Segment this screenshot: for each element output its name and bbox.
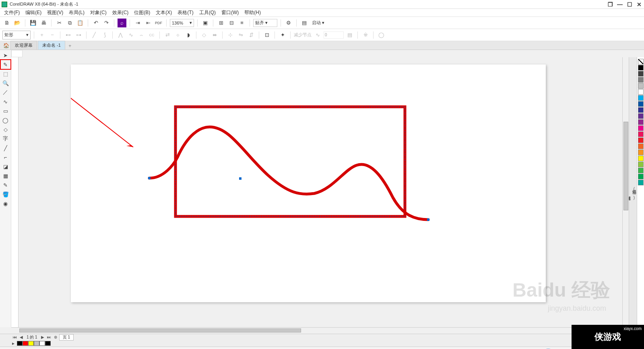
- spinner-icon[interactable]: ▤: [345, 31, 354, 39]
- crop-tool-icon[interactable]: ⬚: [1, 69, 10, 78]
- reflect-v-icon[interactable]: ⇵: [247, 31, 256, 39]
- paste-icon[interactable]: 📋: [76, 19, 85, 27]
- doc-palette-swatch[interactable]: [17, 341, 23, 346]
- palette-swatch[interactable]: [638, 143, 644, 149]
- reflect-h-icon[interactable]: ⇋: [236, 31, 245, 39]
- menu-text[interactable]: 文本(X): [153, 9, 174, 16]
- text-tool-icon[interactable]: 字: [1, 134, 10, 143]
- menu-file[interactable]: 文件(F): [2, 9, 22, 16]
- add-node-icon[interactable]: +: [37, 31, 46, 39]
- eyedropper-icon[interactable]: ✎: [1, 181, 10, 189]
- transparency-icon[interactable]: ▦: [1, 171, 10, 180]
- zoom-level[interactable]: 136%▾: [170, 19, 194, 27]
- menu-object[interactable]: 对象(C): [88, 9, 109, 16]
- palette-swatch[interactable]: [638, 65, 644, 71]
- page-tab-1[interactable]: 页 1: [59, 334, 74, 341]
- smooth-icon[interactable]: ∿: [126, 31, 135, 39]
- vertical-ruler[interactable]: [11, 57, 19, 327]
- tab-welcome[interactable]: 欢迎屏幕: [10, 41, 37, 50]
- launch-icon[interactable]: ▤: [300, 19, 309, 27]
- extend-icon[interactable]: ⟐: [173, 31, 182, 39]
- elastic-mode-icon[interactable]: ✦: [278, 31, 287, 39]
- fullscreen-icon[interactable]: ▣: [201, 19, 210, 27]
- palette-swatch[interactable]: [638, 150, 644, 155]
- menu-edit[interactable]: 编辑(E): [23, 9, 44, 16]
- launch-dropdown[interactable]: 启动 ▾: [310, 19, 326, 27]
- ellipse-mode-icon[interactable]: ◯: [377, 31, 386, 39]
- select-all-nodes-icon[interactable]: ⊡: [262, 31, 271, 39]
- doc-palette-swatch[interactable]: [23, 341, 28, 346]
- save-icon[interactable]: 💾: [29, 19, 37, 27]
- palette-swatch[interactable]: [638, 125, 644, 131]
- shape-tool-select[interactable]: 矩形▾: [2, 31, 31, 39]
- delete-node-icon[interactable]: −: [48, 31, 57, 39]
- menu-effects[interactable]: 效果(C): [110, 9, 131, 16]
- search-icon[interactable]: ⌕: [118, 19, 126, 27]
- palette-swatch[interactable]: [638, 101, 644, 107]
- pick-tool-icon[interactable]: ➤: [1, 51, 10, 60]
- next-page-icon[interactable]: ▶: [40, 335, 45, 339]
- freehand-tool-icon[interactable]: ／: [1, 88, 10, 97]
- menu-view[interactable]: 视图(V): [45, 9, 66, 16]
- menu-window[interactable]: 窗口(W): [219, 9, 241, 16]
- elastic-icon[interactable]: CC: [147, 31, 156, 39]
- palette-swatch[interactable]: [638, 107, 644, 113]
- add-page-icon[interactable]: ⊕: [53, 335, 58, 339]
- menu-table[interactable]: 表格(T): [175, 9, 196, 16]
- new-icon[interactable]: 🗎: [2, 19, 11, 27]
- smooth-amount-input[interactable]: [324, 31, 344, 39]
- home-icon[interactable]: 🏠: [2, 42, 10, 50]
- align-nodes-icon[interactable]: ⊹: [226, 31, 235, 39]
- drop-shadow-icon[interactable]: ◪: [1, 162, 10, 171]
- pdf-icon[interactable]: PDF: [154, 19, 163, 27]
- first-page-icon[interactable]: ⏮: [12, 335, 18, 339]
- prev-page-icon[interactable]: ◀: [19, 335, 24, 339]
- palette-swatch[interactable]: [638, 77, 644, 83]
- break-node-icon[interactable]: ⊶: [74, 31, 83, 39]
- no-color-swatch[interactable]: [638, 59, 644, 64]
- curve-smooth-icon[interactable]: ∿: [313, 31, 322, 39]
- bbox-icon[interactable]: ※: [361, 31, 370, 39]
- palette-swatch[interactable]: [638, 156, 644, 161]
- print-icon[interactable]: 🖶: [39, 19, 48, 27]
- options-icon[interactable]: ⚙: [284, 19, 293, 27]
- maximize-icon[interactable]: ☐: [626, 1, 633, 8]
- palette-swatch[interactable]: [638, 162, 644, 167]
- import-icon[interactable]: ⇥: [133, 19, 142, 27]
- palette-swatch[interactable]: [638, 174, 644, 179]
- tab-document[interactable]: 未命名 -1: [38, 41, 65, 50]
- add-tab-icon[interactable]: +: [67, 43, 73, 50]
- undo-icon[interactable]: ↶: [91, 19, 100, 27]
- to-line-icon[interactable]: ╱: [90, 31, 99, 39]
- horizontal-scrollbar[interactable]: [11, 327, 644, 334]
- menu-layout[interactable]: 布局(L): [66, 9, 87, 16]
- align-icon[interactable]: ≡: [237, 19, 246, 27]
- artistic-media-icon[interactable]: ∿: [1, 97, 10, 106]
- parallel-dim-icon[interactable]: ╱: [1, 143, 10, 152]
- menu-tools[interactable]: 工具(Q): [197, 9, 218, 16]
- minimize-icon[interactable]: —: [617, 1, 623, 8]
- menu-bitmap[interactable]: 位图(B): [132, 9, 153, 16]
- close-curve-icon[interactable]: ◇: [200, 31, 208, 39]
- zoom-tool-icon[interactable]: 🔍: [1, 79, 10, 87]
- cusp-icon[interactable]: ⋀: [116, 31, 125, 39]
- canvas[interactable]: Baidu 经验 jingyan.baidu.com: [19, 57, 622, 327]
- snap-dropdown[interactable]: 贴齐 ▾: [253, 19, 277, 27]
- to-curve-icon[interactable]: ⟆: [100, 31, 109, 39]
- open-icon[interactable]: 📂: [13, 19, 22, 27]
- palette-swatch[interactable]: [638, 71, 644, 77]
- symm-icon[interactable]: ⌢: [137, 31, 146, 39]
- last-page-icon[interactable]: ⏭: [46, 335, 52, 339]
- docker-properties[interactable]: 属性(N): [631, 187, 637, 200]
- doc-palette-swatch[interactable]: [34, 341, 39, 346]
- palette-swatch[interactable]: [638, 113, 644, 119]
- palette-swatch[interactable]: [638, 168, 644, 173]
- cut-icon[interactable]: ✂: [55, 19, 64, 27]
- copy-icon[interactable]: ⧉: [65, 19, 74, 27]
- outline-tool-icon[interactable]: ◉: [1, 199, 10, 208]
- palette-swatch[interactable]: [638, 131, 644, 137]
- palette-swatch[interactable]: [638, 180, 644, 185]
- reverse-icon[interactable]: ⇄: [163, 31, 172, 39]
- restore-sub-icon[interactable]: ❐: [607, 1, 613, 8]
- ellipse-tool-icon[interactable]: ◯: [1, 116, 10, 125]
